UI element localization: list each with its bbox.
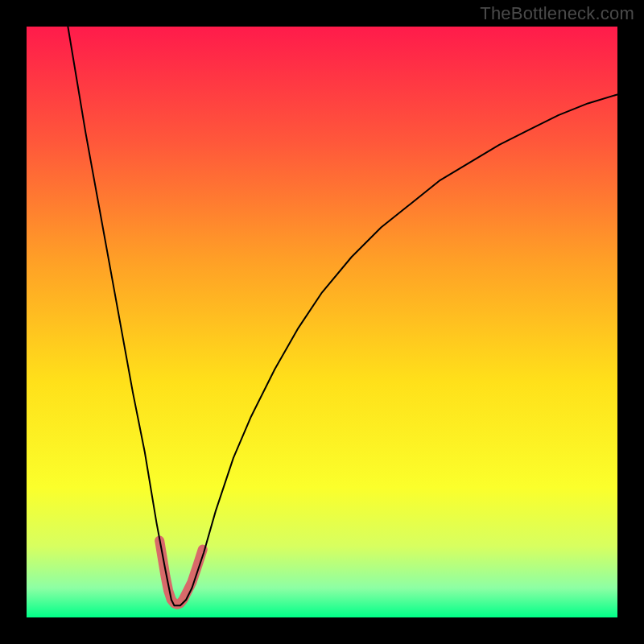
watermark-text: TheBottleneck.com [480,3,634,24]
chart-frame: TheBottleneck.com [0,0,644,644]
chart-svg [27,27,617,617]
plot-area [27,27,617,617]
heat-gradient [27,27,617,617]
